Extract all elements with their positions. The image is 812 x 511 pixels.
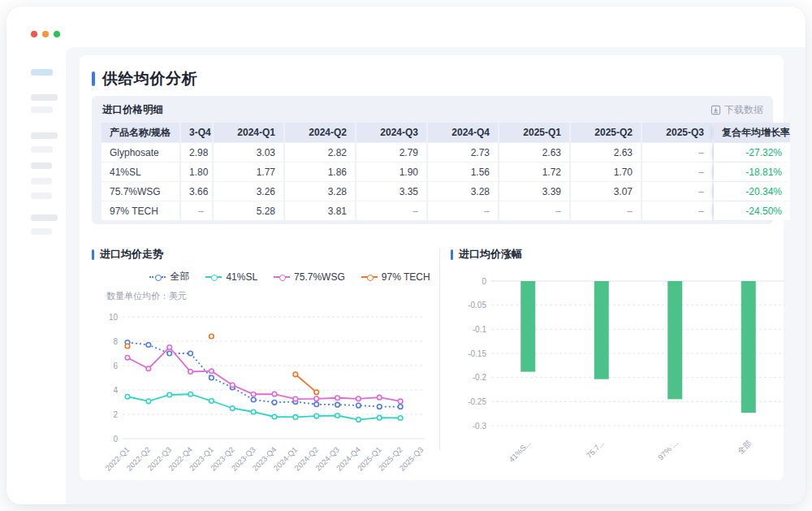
column-header: 2025-Q1: [499, 123, 569, 142]
legend-item[interactable]: 75.7%WSG: [274, 270, 345, 284]
sidebar-skeleton-item: [31, 214, 58, 221]
x-tick-label: 97% ...: [656, 439, 680, 462]
data-point: [398, 416, 403, 421]
price-cell: 1.72: [499, 162, 569, 181]
sidebar-skeleton-item: [31, 228, 52, 235]
data-point: [377, 395, 382, 400]
x-tick-label: 41%S...: [507, 439, 532, 464]
product-name-cell: 97% TECH: [102, 201, 179, 220]
panel-title: 进口价格明细: [102, 103, 163, 117]
content-card: 供给均价分析 进口价格明细 下载数据: [80, 55, 784, 480]
price-cell: 3.39: [499, 182, 569, 201]
legend-label: 97% TECH: [382, 271, 430, 283]
download-data-button[interactable]: 下载数据: [710, 103, 763, 117]
price-cell: –: [356, 201, 426, 220]
data-point: [209, 334, 214, 339]
unit-label: 数量单位均价：美元: [106, 290, 439, 302]
data-point: [146, 399, 151, 404]
price-cell: 1.80: [181, 162, 212, 181]
price-cell: 3.66: [181, 182, 212, 201]
column-header: 复合年均增长率: [714, 123, 790, 142]
column-header: 2024-Q3: [356, 123, 426, 142]
legend-label: 全部: [170, 270, 189, 284]
price-cell: 2.73: [428, 143, 498, 162]
sidebar-skeleton-item: [31, 146, 53, 153]
legend-marker: [361, 274, 378, 280]
data-point: [188, 370, 193, 375]
trend-chart-canvas: 02468102022-Q12022-Q22022-Q32022-Q42023-…: [92, 302, 436, 487]
legend-item[interactable]: 41%SL: [205, 270, 257, 284]
bar: [594, 281, 609, 379]
price-cell: 1.90: [356, 162, 426, 181]
legend-marker: [149, 274, 166, 280]
price-cell: 3.35: [356, 182, 426, 201]
sidebar-skeleton-item: [31, 178, 52, 184]
table-row: 97% TECH–5.283.81–––––-24.50%: [102, 201, 790, 220]
price-cell: 1.86: [285, 162, 355, 181]
data-point: [356, 418, 361, 422]
data-point: [251, 397, 256, 402]
data-point: [188, 351, 193, 356]
price-cell: –: [571, 201, 641, 220]
table-header-row: 产品名称/规格3-Q42024-Q12024-Q22024-Q32024-Q42…: [102, 123, 790, 142]
trend-chart-header: 进口均价走势: [92, 247, 439, 262]
data-point: [209, 375, 214, 380]
data-point: [272, 414, 277, 419]
y-tick-label: 10: [109, 313, 119, 322]
legend-marker: [274, 274, 290, 280]
sidebar-skeleton-item: [31, 193, 52, 199]
column-header: 2024-Q2: [285, 123, 355, 142]
data-point: [251, 409, 256, 414]
page-title: 供给均价分析: [102, 68, 197, 89]
y-tick-label: -0.1: [473, 325, 487, 334]
x-tick-label: 75.7...: [585, 439, 606, 460]
price-cell: 2.63: [499, 143, 569, 162]
legend-item[interactable]: 全部: [149, 270, 189, 284]
data-point: [356, 396, 361, 401]
table-row: Glyphosate2.983.032.822.792.732.632.63–-…: [102, 143, 790, 162]
price-cell: –: [499, 201, 569, 220]
data-point: [314, 402, 319, 407]
legend-item[interactable]: 97% TECH: [361, 270, 430, 284]
minimize-button[interactable]: [42, 31, 49, 37]
import-price-panel: 进口价格明细 下载数据 产品名称/规格3-Q42024-Q120: [92, 96, 773, 224]
download-label: 下载数据: [724, 103, 763, 117]
data-point: [272, 392, 277, 396]
column-header: 3-Q4: [181, 123, 212, 142]
data-point: [314, 396, 319, 401]
price-cell: –: [642, 201, 712, 220]
screenshot-stage: 供给均价分析 进口价格明细 下载数据: [0, 0, 812, 511]
window-titlebar: [6, 6, 806, 47]
price-cell: 3.28: [428, 182, 498, 201]
panel-header: 进口价格明细 下载数据: [92, 96, 773, 122]
price-cell: 2.79: [356, 143, 426, 162]
price-cell: 2.98: [181, 143, 212, 162]
window-controls: [31, 31, 60, 37]
x-tick-label: 全部: [736, 439, 753, 456]
sidebar-skeleton-item: [31, 106, 53, 113]
data-point: [335, 414, 340, 418]
y-tick-label: 8: [113, 337, 118, 346]
y-tick-label: -0.05: [468, 301, 486, 310]
sidebar-skeleton-item: [31, 69, 53, 76]
column-header: 产品名称/规格: [102, 123, 179, 142]
price-cell: 3.81: [285, 201, 355, 220]
change-chart-canvas: 0-0.05-0.1-0.15-0.2-0.25-0.341%S...75.7.…: [451, 262, 795, 465]
column-header: 2024-Q1: [214, 123, 283, 142]
y-tick-label: 0: [482, 277, 486, 286]
sidebar-skeleton: [6, 69, 66, 235]
chart-accent-bar: [451, 249, 453, 260]
close-button[interactable]: [31, 31, 37, 37]
series-41%SL: [125, 392, 403, 422]
zoom-button[interactable]: [54, 31, 60, 37]
sidebar: [6, 47, 66, 505]
data-point: [251, 392, 256, 396]
data-point: [146, 366, 151, 371]
y-tick-label: 0: [113, 435, 118, 444]
data-point: [398, 405, 403, 409]
y-tick-label: -0.15: [468, 349, 486, 358]
price-cell: –: [181, 201, 212, 220]
price-cell: 3.28: [285, 182, 355, 201]
y-tick-label: 2: [113, 410, 118, 419]
price-cell: 1.77: [214, 162, 283, 181]
